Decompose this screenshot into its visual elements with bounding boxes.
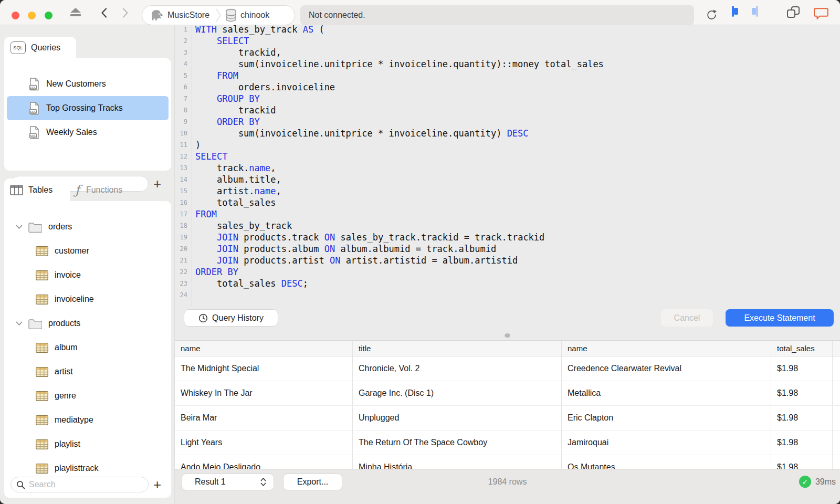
tree-table-item[interactable]: artist [4, 360, 171, 384]
expand-chevron[interactable] [16, 225, 23, 229]
column-header[interactable]: total_sales [771, 341, 832, 356]
search-icon [16, 480, 25, 489]
table-cell[interactable] [832, 430, 840, 455]
line-number: 5 [175, 70, 187, 81]
tree-table-item[interactable]: genre [4, 384, 171, 408]
back-button[interactable] [101, 8, 107, 18]
tab-tables-label: Tables [28, 185, 52, 195]
tree-schema-item[interactable]: orders [4, 215, 171, 239]
table-cell[interactable] [832, 406, 840, 430]
schema-tree: orderscustomerinvoiceinvoicelineproducts… [4, 215, 171, 480]
sql-badge-icon: SQL [10, 41, 26, 54]
expand-chevron[interactable] [16, 321, 23, 326]
tab-functions[interactable]: ƒ Functions [75, 178, 122, 201]
code-line: FROM [195, 70, 604, 81]
code-line: SELECT [195, 35, 604, 47]
table-cell[interactable]: Beira Mar [175, 406, 352, 430]
toggle-right-sidebar-icon[interactable] [756, 7, 758, 16]
code-line: ) [195, 139, 604, 151]
tree-table-item[interactable]: invoiceline [4, 287, 171, 311]
toggle-left-sidebar-icon[interactable] [732, 7, 734, 16]
tree-table-item[interactable]: invoice [4, 263, 171, 287]
gutter-separator [192, 25, 192, 306]
table-cell[interactable]: Unplugged [352, 406, 561, 430]
tab-tables[interactable]: Tables [4, 178, 70, 201]
table-cell[interactable]: Minha História [352, 455, 561, 469]
close-window-button[interactable] [12, 12, 19, 19]
table-cell[interactable]: The Midnight Special [175, 356, 352, 381]
line-number: 16 [175, 197, 187, 208]
tree-table-item[interactable]: mediatype [4, 408, 171, 432]
table-cell[interactable]: Ando Meio Desligado [175, 455, 352, 469]
tab-queries[interactable]: SQL Queries [4, 37, 76, 58]
table-cell[interactable]: The Return Of The Space Cowboy [352, 430, 561, 455]
clock-icon [198, 313, 208, 323]
execute-statement-button[interactable]: Execute Statement [726, 309, 834, 327]
table-cell[interactable]: Creedence Clearwater Revival [561, 356, 771, 381]
query-item-label: Top Grossing Tracks [46, 103, 123, 113]
code-line: JOIN products.album ON album.albumid = t… [195, 243, 604, 255]
table-row[interactable]: Ando Meio DesligadoMinha HistóriaOs Muta… [175, 455, 840, 469]
query-item[interactable]: SQLTop Grossing Tracks [7, 96, 169, 120]
eject-icon[interactable] [70, 8, 82, 17]
table-cell[interactable]: $1.98 [771, 381, 832, 405]
table-cell[interactable] [832, 381, 840, 405]
line-number: 1 [175, 24, 187, 35]
line-number: 10 [175, 128, 187, 139]
table-cell[interactable] [832, 455, 840, 469]
table-cell[interactable]: Whiskey In The Jar [175, 381, 352, 405]
table-cell[interactable]: Jamiroquai [561, 430, 771, 455]
chevron-down-icon [16, 321, 23, 326]
add-table-button[interactable]: + [153, 479, 161, 490]
table-cell[interactable] [832, 356, 840, 381]
table-row[interactable]: The Midnight SpecialChronicle, Vol. 2Cre… [175, 356, 840, 381]
table-icon [36, 295, 48, 304]
table-cell[interactable]: Chronicle, Vol. 2 [352, 356, 561, 381]
breadcrumb-connection-label[interactable]: MusicStore [167, 10, 209, 20]
table-cell[interactable]: Garage Inc. (Disc 1) [352, 381, 561, 405]
feedback-chat-icon[interactable] [814, 8, 828, 19]
tree-table-item[interactable]: album [4, 335, 171, 360]
table-cell[interactable]: Metallica [561, 381, 771, 405]
query-history-button[interactable]: Query History [184, 309, 278, 327]
table-row[interactable]: Whiskey In The JarGarage Inc. (Disc 1)Me… [175, 381, 840, 406]
tables-search-input[interactable] [29, 480, 134, 489]
breadcrumb-database-label[interactable]: chinook [240, 10, 269, 20]
sql-editor[interactable]: WITH sales_by_track AS ( SELECT trackid,… [195, 24, 604, 301]
table-cell[interactable]: Light Years [175, 430, 352, 455]
table-icon [36, 343, 48, 353]
column-header[interactable] [832, 341, 840, 356]
column-header[interactable]: name [561, 341, 771, 356]
forward-button[interactable] [122, 8, 129, 18]
sql-file-icon: SQL [29, 126, 40, 139]
column-header[interactable]: title [352, 341, 561, 356]
zoom-window-button[interactable] [45, 12, 52, 19]
table-cell[interactable]: Os Mutantes [561, 455, 771, 469]
minimize-window-button[interactable] [28, 12, 36, 19]
tree-schema-item[interactable]: products [4, 311, 171, 335]
function-icon: ƒ [75, 183, 80, 197]
table-cell[interactable]: $1.98 [771, 430, 832, 455]
cancel-button[interactable]: Cancel [661, 309, 713, 327]
editor-results-splitter[interactable] [175, 331, 840, 340]
tree-table-item[interactable]: customer [4, 239, 171, 263]
refresh-icon[interactable] [706, 9, 718, 21]
query-item[interactable]: SQLNew Customers [7, 72, 169, 96]
tree-item-label: products [48, 319, 80, 328]
query-item[interactable]: SQLWeekly Sales [7, 120, 169, 144]
table-cell[interactable]: Eric Clapton [561, 406, 771, 430]
table-row[interactable]: Light YearsThe Return Of The Space Cowbo… [175, 430, 840, 455]
table-row[interactable]: Beira MarUnpluggedEric Clapton$1.98 [175, 406, 840, 430]
table-cell[interactable]: $1.98 [771, 406, 832, 430]
add-query-button[interactable]: + [153, 178, 161, 189]
sidebar: SQL Queries SQLNew CustomersSQLTop Gross… [0, 25, 175, 504]
code-line: total_sales DESC; [195, 278, 604, 289]
tables-search-field[interactable] [10, 477, 149, 492]
column-header[interactable]: name [175, 341, 352, 356]
tree-table-item[interactable]: playlist [4, 432, 171, 456]
table-cell[interactable]: $1.98 [771, 455, 832, 469]
connection-status: Not connected. [300, 5, 694, 25]
query-item-label: Weekly Sales [46, 128, 97, 137]
table-cell[interactable]: $1.98 [771, 356, 832, 381]
splitter-handle[interactable] [505, 333, 510, 338]
